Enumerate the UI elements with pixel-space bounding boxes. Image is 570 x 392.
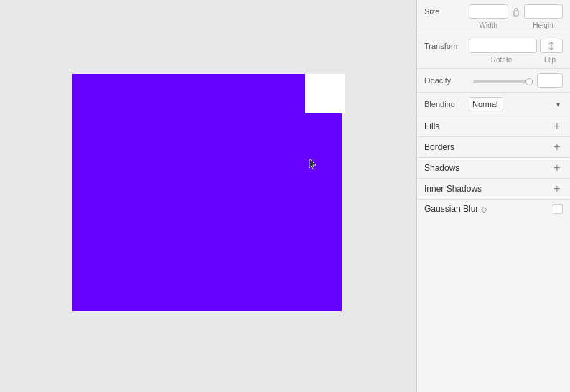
shadows-label: Shadows bbox=[424, 163, 551, 173]
size-label: Size bbox=[424, 7, 469, 16]
flip-vertical-button[interactable] bbox=[540, 39, 563, 53]
properties-panel: Size Width Height bbox=[416, 0, 570, 392]
transform-input[interactable] bbox=[469, 39, 537, 53]
gaussian-blur-section: Gaussian Blur ◇ bbox=[417, 200, 570, 218]
gaussian-blur-text: Gaussian Blur bbox=[424, 204, 478, 214]
shadows-section[interactable]: Shadows + bbox=[417, 158, 570, 179]
fills-label: Fills bbox=[424, 121, 551, 131]
opacity-section: Opacity bbox=[417, 69, 570, 93]
inner-shadows-add-button[interactable]: + bbox=[551, 183, 563, 195]
opacity-slider-container bbox=[473, 75, 533, 85]
transform-section: Transform Rotate Flip bbox=[417, 34, 570, 69]
blending-row: Blending Normal Multiply Screen Overlay bbox=[424, 97, 563, 111]
transform-fields bbox=[469, 39, 563, 53]
size-labels-row: Width Height bbox=[424, 22, 563, 29]
opacity-label: Opacity bbox=[424, 76, 469, 85]
transform-labels-row: Rotate Flip bbox=[424, 56, 563, 64]
gaussian-blur-checkbox[interactable] bbox=[553, 204, 563, 214]
inner-shadows-label: Inner Shadows bbox=[424, 184, 551, 194]
transform-label: Transform bbox=[424, 42, 469, 50]
x-input[interactable] bbox=[469, 4, 508, 19]
size-row: Size bbox=[424, 4, 563, 19]
width-sublabel: Width bbox=[469, 22, 508, 29]
blending-section: Blending Normal Multiply Screen Overlay bbox=[417, 93, 570, 116]
canvas-area bbox=[0, 0, 416, 392]
lock-icon bbox=[511, 6, 521, 17]
canvas-content bbox=[72, 74, 345, 318]
blending-select-wrapper: Normal Multiply Screen Overlay bbox=[469, 97, 563, 111]
blending-select[interactable]: Normal Multiply Screen Overlay bbox=[469, 97, 503, 111]
transform-row: Transform bbox=[424, 39, 563, 53]
white-rectangle[interactable] bbox=[305, 74, 345, 113]
flip-sublabel: Flip bbox=[537, 56, 563, 64]
opacity-slider[interactable] bbox=[473, 80, 533, 83]
svg-rect-0 bbox=[514, 11, 518, 16]
fills-add-button[interactable]: + bbox=[551, 121, 563, 132]
size-fields bbox=[469, 4, 563, 19]
blending-label: Blending bbox=[424, 100, 469, 108]
rotate-sublabel: Rotate bbox=[469, 56, 534, 64]
y-field-group bbox=[524, 4, 564, 19]
height-sublabel: Height bbox=[524, 22, 564, 29]
x-field-group bbox=[469, 4, 508, 19]
opacity-value-input[interactable] bbox=[537, 73, 563, 88]
inner-shadows-section[interactable]: Inner Shadows + bbox=[417, 179, 570, 200]
gaussian-blur-label: Gaussian Blur ◇ bbox=[424, 204, 553, 214]
opacity-row: Opacity bbox=[424, 73, 563, 88]
blue-rectangle[interactable] bbox=[72, 74, 342, 311]
size-section: Size Width Height bbox=[417, 0, 570, 34]
borders-add-button[interactable]: + bbox=[551, 141, 563, 153]
borders-label: Borders bbox=[424, 142, 551, 152]
borders-section[interactable]: Borders + bbox=[417, 137, 570, 158]
gaussian-blur-icon: ◇ bbox=[481, 205, 487, 213]
shadows-add-button[interactable]: + bbox=[551, 162, 563, 174]
fills-section[interactable]: Fills + bbox=[417, 116, 570, 137]
y-input[interactable] bbox=[524, 4, 564, 19]
